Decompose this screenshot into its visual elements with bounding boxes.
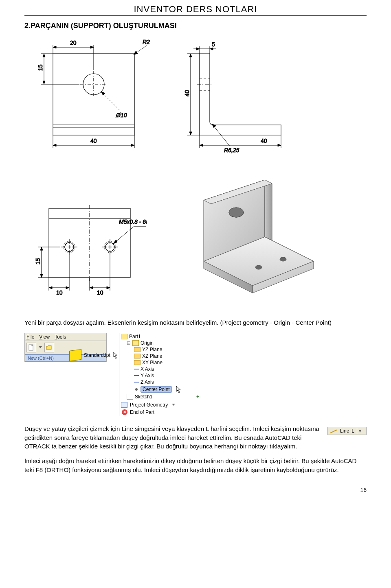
dim-20: 20 — [70, 39, 77, 46]
screenshots-row: File View Tools New (Ctrl+N) Stan — [24, 333, 367, 416]
svg-marker-9 — [53, 46, 56, 48]
drawing-isometric — [179, 180, 326, 302]
page-number: 16 — [24, 487, 367, 493]
svg-marker-59 — [40, 274, 43, 278]
dim-40-front: 40 — [90, 138, 97, 144]
tree-center-point[interactable]: Center Point — [141, 386, 172, 393]
sketch-icon — [127, 394, 133, 400]
svg-marker-24 — [131, 144, 134, 146]
project-geometry-label: Project Geometry — [130, 402, 168, 408]
drawing-front-view: 20 15 Ø10 — [24, 37, 155, 168]
axis-icon — [134, 369, 139, 369]
chevron-down-icon: ▾ — [357, 428, 364, 434]
svg-marker-64 — [66, 286, 69, 289]
dim-r625: R6,25 — [224, 147, 239, 153]
tree-ya[interactable]: Y Axis — [141, 373, 154, 378]
svg-marker-44 — [278, 144, 281, 146]
standard-ipt-label: Standard.ipt — [84, 352, 110, 358]
svg-marker-17 — [101, 92, 105, 95]
svg-marker-69 — [107, 286, 110, 289]
svg-point-77 — [280, 257, 286, 261]
tree-xa[interactable]: X Axis — [141, 366, 154, 372]
standard-ipt-template[interactable]: Standard.ipt — [69, 350, 152, 361]
tree-origin[interactable]: Origin — [141, 340, 154, 346]
line-label: Line — [340, 428, 349, 434]
tree-end[interactable]: End of Part — [130, 409, 154, 415]
part-icon — [121, 334, 127, 339]
line-shortcut: L — [351, 428, 354, 434]
project-geometry-button[interactable]: Project Geometry — [119, 401, 201, 409]
svg-marker-10 — [90, 46, 94, 48]
drawings-row-top: 20 15 Ø10 — [24, 37, 367, 168]
svg-marker-58 — [40, 247, 43, 250]
model-browser-tree: Part1 ⊟Origin YZ Plane XZ Plane XY Plane… — [119, 333, 201, 416]
svg-marker-15 — [43, 81, 45, 84]
tree-part[interactable]: Part1 — [129, 334, 141, 339]
part-cube-icon — [69, 349, 81, 361]
dim-10a: 10 — [56, 289, 63, 296]
dim-phi10: Ø10 — [116, 112, 127, 118]
svg-marker-32 — [210, 48, 213, 50]
dim-15-bottom: 15 — [35, 258, 41, 264]
tree-sketch[interactable]: Sketch1 — [135, 394, 152, 400]
end-of-part-icon: ✕ — [122, 409, 127, 415]
svg-point-76 — [255, 265, 262, 269]
svg-marker-43 — [200, 144, 203, 146]
dim-thread: M5x0.8 - 6H — [119, 219, 147, 225]
svg-marker-36 — [189, 54, 192, 57]
drawings-row-bottom: 15 10 — [24, 180, 367, 302]
dim-15: 15 — [37, 64, 44, 71]
point-icon — [135, 388, 138, 391]
line-icon — [330, 428, 338, 433]
line-tool-button[interactable]: Line L ▾ — [327, 427, 367, 435]
drawing-bottom-view: 15 10 — [24, 200, 147, 302]
cursor-icon — [176, 386, 182, 393]
tree-xy[interactable]: XY Plane — [142, 360, 163, 365]
paragraph-3: İmleci aşağı doğru hareket ettirirken ha… — [24, 457, 367, 474]
axis-icon — [134, 375, 139, 376]
axis-icon — [134, 382, 139, 383]
svg-marker-19 — [134, 51, 138, 55]
section-title: 2.PARÇANIN (SUPPORT) OLUŞTURULMASI — [24, 22, 367, 30]
origin-folder-icon — [132, 340, 139, 346]
drawing-side-view: 5 40 R6,25 — [171, 37, 301, 168]
svg-marker-68 — [90, 286, 93, 289]
dim-40h: 40 — [261, 138, 267, 144]
menu-view[interactable]: View — [39, 334, 50, 340]
dim-10b: 10 — [97, 289, 103, 296]
svg-marker-73 — [113, 240, 117, 244]
svg-marker-63 — [49, 286, 52, 289]
menu-tools[interactable]: Tools — [55, 334, 66, 340]
svg-marker-31 — [196, 48, 200, 50]
project-geometry-icon — [121, 402, 127, 408]
new-file-icon[interactable] — [26, 343, 36, 352]
page-header-title: INVENTOR DERS NOTLARI — [24, 4, 367, 16]
tree-za[interactable]: Z Axis — [141, 379, 154, 385]
dim-5: 5 — [212, 41, 215, 48]
menu-file[interactable]: File — [26, 334, 34, 340]
paragraph-2: Düşey ve yatay çizgileri çizmek için Lin… — [24, 424, 367, 451]
svg-marker-39 — [212, 124, 216, 128]
svg-marker-14 — [43, 54, 45, 57]
inventor-file-menu-screenshot: File View Tools New (Ctrl+N) Stan — [24, 333, 107, 373]
cursor-icon — [113, 352, 119, 359]
dim-r2: R2 — [143, 39, 150, 45]
dim-40v: 40 — [184, 90, 190, 96]
dropdown-icon — [172, 404, 175, 406]
open-file-icon[interactable] — [44, 343, 54, 352]
svg-marker-23 — [53, 144, 56, 146]
paragraph-1: Yeni bir parça dosyası açalım. Eksenleri… — [24, 318, 367, 327]
plane-icon — [134, 360, 141, 365]
svg-marker-37 — [189, 132, 192, 135]
